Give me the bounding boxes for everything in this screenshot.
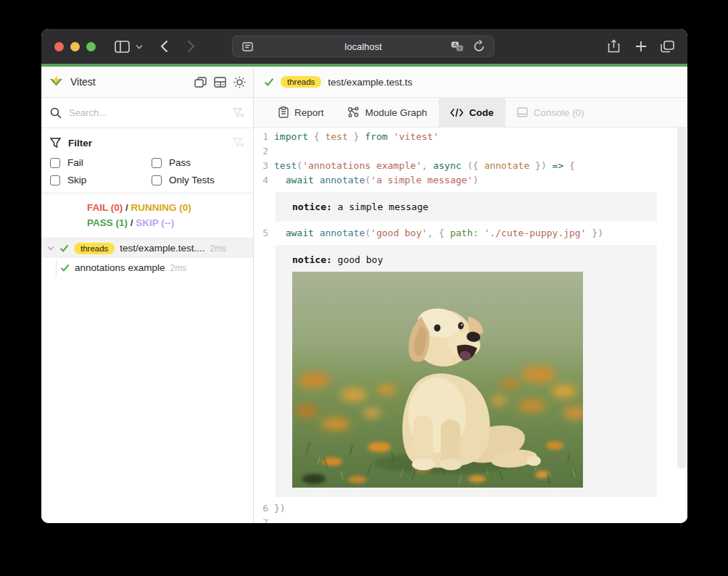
checkbox-fail[interactable]: Fail	[50, 157, 152, 168]
code-token: })	[274, 503, 286, 514]
chevron-down-icon[interactable]	[47, 246, 54, 251]
translate-icon[interactable]: Ax	[451, 41, 463, 52]
code-text: await annotate('a simple message')	[274, 173, 479, 188]
tab-console: Console (0)	[505, 98, 596, 127]
code-token: , {	[427, 228, 450, 238]
clear-filter-icon	[233, 138, 244, 148]
code-token: annotate	[320, 175, 365, 185]
code-token: 'vitest'	[393, 131, 439, 142]
code-line: 4 await annotate('a simple message')	[254, 173, 687, 188]
code-token: await	[286, 175, 314, 185]
code-token: await	[286, 228, 314, 238]
code-text: })	[274, 501, 286, 516]
tab-module-graph[interactable]: Module Graph	[336, 98, 439, 127]
code-token: from	[365, 131, 387, 142]
code-token	[274, 228, 286, 238]
code-token: )	[473, 175, 479, 185]
funnel-icon	[50, 138, 61, 148]
line-number: 7	[254, 516, 274, 523]
code-token: })	[529, 160, 552, 171]
line-number: 4	[254, 173, 274, 188]
skip-count: SKIP (--)	[136, 217, 174, 228]
code-token: (	[365, 175, 371, 185]
back-icon[interactable]	[160, 40, 168, 53]
test-summary: FAIL (0) / RUNNING (0) PASS (1) / SKIP (…	[41, 193, 253, 238]
main-panel: threads test/example.test.ts Report Modu…	[254, 67, 687, 523]
chevron-down-icon[interactable]	[136, 44, 143, 49]
notice-text: notice: a simple message	[292, 201, 645, 212]
checkbox-icon[interactable]	[50, 175, 60, 185]
pass-check-icon	[60, 264, 70, 272]
code-token: {	[308, 131, 325, 142]
theme-sun-icon[interactable]	[233, 76, 246, 88]
vitest-logo-icon	[49, 75, 64, 89]
share-icon[interactable]	[608, 39, 620, 54]
notice-label: notice:	[292, 254, 332, 265]
notice-text: notice: good boy	[292, 254, 645, 265]
reload-icon[interactable]	[473, 40, 485, 53]
checkbox-icon[interactable]	[152, 158, 162, 168]
address-bar[interactable]: localhost Ax	[232, 36, 495, 57]
code-token: path:	[450, 228, 479, 238]
collapse-windows-icon[interactable]	[194, 77, 207, 88]
minimize-window-button[interactable]	[70, 42, 80, 51]
sidebar-toggle-icon[interactable]	[115, 41, 130, 53]
code-token	[314, 175, 320, 185]
sidebar-header: Vitest	[41, 67, 253, 98]
test-case-name: annotations example	[75, 262, 165, 273]
browser-window: localhost Ax	[41, 29, 687, 523]
tabs-overview-icon[interactable]	[661, 41, 674, 53]
line-number: 1	[254, 130, 274, 144]
svg-text:A: A	[453, 42, 457, 47]
tab-report[interactable]: Report	[267, 98, 336, 127]
desktop-background: localhost Ax	[0, 0, 728, 576]
pass-count: PASS (1)	[87, 217, 128, 228]
running-count: RUNNING (0)	[131, 202, 191, 213]
pass-check-icon	[264, 78, 274, 86]
pool-badge: threads	[281, 76, 321, 88]
filter-title: Filter	[68, 138, 226, 149]
search-input[interactable]	[69, 107, 226, 118]
checkbox-only-tests[interactable]: Only Tests	[152, 175, 244, 185]
annotation-notice: notice: good boy	[276, 245, 657, 497]
code-token: {	[563, 160, 575, 171]
code-token: =>	[553, 160, 564, 171]
code-editor[interactable]: 1import { test } from 'vitest'23test('an…	[254, 128, 687, 523]
tab-bar: Report Module Graph Code Console (0)	[254, 98, 687, 128]
code-line: 3test('annotations example', async ({ an…	[254, 159, 687, 173]
code-token	[479, 228, 484, 238]
code-token: test	[274, 160, 297, 171]
tab-code[interactable]: Code	[439, 98, 505, 127]
summary-line-2: PASS (1) / SKIP (--)	[87, 215, 253, 230]
scrollbar[interactable]	[677, 128, 687, 469]
line-number: 6	[254, 501, 274, 516]
notice-label: notice:	[292, 201, 332, 212]
code-line: 1import { test } from 'vitest'	[254, 130, 687, 144]
code-token: async	[433, 160, 461, 171]
checkbox-pass[interactable]: Pass	[152, 157, 244, 168]
code-token: annotate	[484, 160, 530, 171]
code-token: annotate	[320, 228, 365, 238]
code-line: 5 await annotate('good boy', { path: './…	[254, 226, 687, 241]
checkbox-icon[interactable]	[152, 175, 162, 185]
code-token: (	[365, 228, 371, 238]
close-window-button[interactable]	[54, 42, 64, 51]
traffic-lights	[54, 42, 96, 51]
test-case-row[interactable]: annotations example 2ms	[41, 258, 253, 277]
code-token: })	[587, 228, 603, 238]
search-row	[41, 98, 253, 128]
pass-check-icon	[59, 244, 69, 252]
filter-section: Filter Fail Pass Skip Only Tests	[41, 128, 253, 193]
zoom-window-button[interactable]	[86, 42, 96, 51]
checkbox-icon[interactable]	[50, 158, 60, 168]
filter-options: Fail Pass Skip Only Tests	[50, 157, 244, 185]
new-tab-icon[interactable]	[635, 41, 647, 52]
test-duration: 2ms	[170, 263, 187, 273]
code-token	[314, 228, 320, 238]
checkbox-skip[interactable]: Skip	[50, 175, 152, 185]
clear-filter-icon	[233, 108, 244, 118]
dashboard-icon[interactable]	[214, 77, 226, 88]
puppy-photo	[292, 272, 583, 488]
test-file-name: test/example.test....	[120, 243, 204, 254]
test-file-row[interactable]: threads test/example.test.... 2ms	[41, 238, 253, 258]
